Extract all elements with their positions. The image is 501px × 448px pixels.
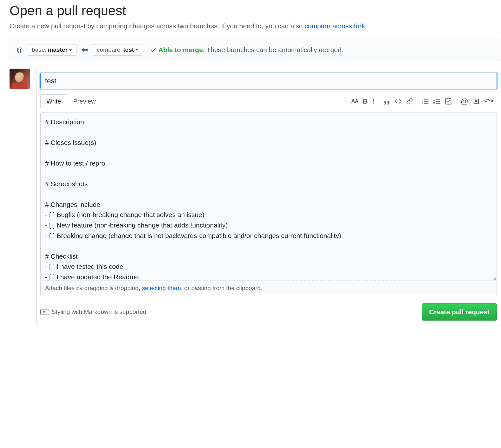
comment-form: Write Preview AA B i — [36, 69, 501, 325]
attach-select-link[interactable]: selecting them — [142, 285, 181, 291]
mention-icon[interactable]: @ — [461, 97, 468, 106]
branch-compare-bar: base: master compare: test Able to merge… — [10, 39, 501, 61]
italic-icon[interactable]: i — [372, 97, 374, 105]
pr-body-textarea[interactable] — [40, 112, 497, 281]
markdown-icon: M↓ — [40, 309, 49, 315]
create-pull-request-button[interactable]: Create pull request — [422, 303, 497, 321]
subtitle-text: Create a new pull request by comparing c… — [10, 22, 304, 30]
preview-tab[interactable]: Preview — [67, 94, 102, 108]
page-title: Open a pull request — [10, 3, 501, 18]
tasklist-icon[interactable] — [445, 98, 452, 105]
markdown-text: Styling with Markdown is supported — [52, 309, 146, 316]
bold-icon[interactable]: B — [363, 97, 368, 105]
write-tab[interactable]: Write — [40, 94, 67, 108]
attach-prefix: Attach files by dragging & dropping, — [45, 285, 142, 291]
ordered-list-icon[interactable] — [433, 98, 440, 105]
reply-icon[interactable]: ↶ — [484, 97, 494, 105]
pr-title-input[interactable] — [40, 73, 497, 89]
caret-down-icon — [69, 49, 72, 51]
compare-branch-selector[interactable]: compare: test — [92, 44, 143, 56]
base-label: base: — [32, 46, 46, 53]
check-icon — [150, 47, 157, 53]
heading-icon[interactable]: AA — [351, 98, 358, 105]
create-btn-label: Create pull request — [429, 308, 490, 316]
merge-status: Able to merge. These branches can be aut… — [150, 46, 344, 54]
attach-hint[interactable]: Attach files by dragging & dropping, sel… — [40, 282, 497, 295]
merge-detail-text: These branches can be automatically merg… — [207, 46, 344, 54]
compare-across-forks-link[interactable]: compare across fork — [304, 22, 365, 30]
git-compare-icon — [16, 47, 23, 53]
arrow-left-icon — [81, 47, 88, 52]
attach-suffix: , or pasting from the clipboard. — [181, 285, 263, 291]
unordered-list-icon[interactable] — [422, 98, 429, 105]
link-icon[interactable] — [406, 98, 413, 105]
code-icon[interactable] — [395, 98, 402, 105]
base-value: master — [48, 46, 67, 53]
markdown-toolbar: AA B i @ ↶ — [351, 97, 497, 106]
compare-label: compare: — [97, 46, 122, 53]
caret-down-icon — [135, 49, 138, 51]
saved-reply-icon[interactable] — [473, 98, 480, 105]
page-subtitle: Create a new pull request by comparing c… — [10, 21, 501, 31]
avatar — [10, 69, 30, 89]
markdown-note[interactable]: M↓ Styling with Markdown is supported — [40, 309, 146, 316]
merge-status-text: Able to merge. — [158, 46, 205, 54]
quote-icon[interactable] — [383, 98, 390, 105]
compare-value: test — [123, 46, 134, 53]
base-branch-selector[interactable]: base: master — [27, 44, 77, 56]
